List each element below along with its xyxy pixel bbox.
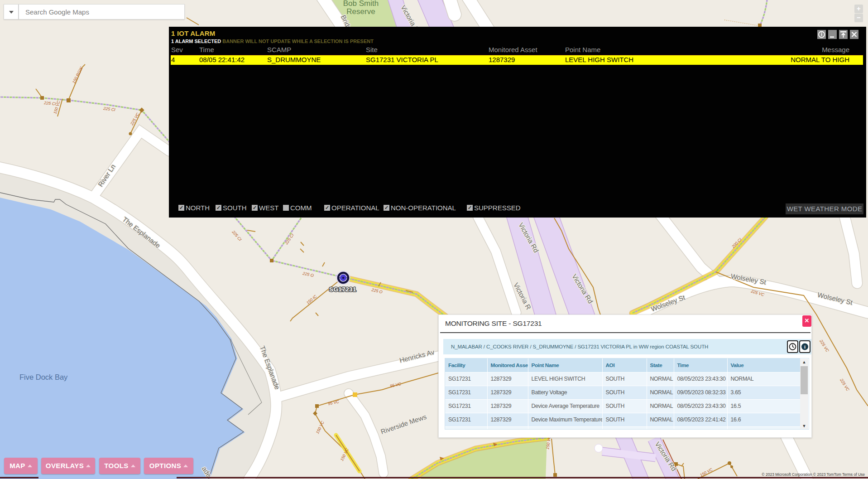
svg-text:© 2023 Microsoft Corporation ©: © 2023 Microsoft Corporation © 2023 TomT…: [762, 472, 865, 477]
svg-text:95 VC: 95 VC: [327, 399, 340, 406]
svg-text:SG17231: SG17231: [329, 286, 356, 293]
svg-text:225 CI: 225 CI: [231, 229, 243, 242]
svg-text:225 VC: 225 VC: [839, 377, 850, 392]
svg-text:150 VC: 150 VC: [315, 420, 325, 435]
svg-text:i: i: [804, 344, 806, 349]
svg-text:95 VC: 95 VC: [389, 382, 402, 388]
svg-text:Riverside Mews: Riverside Mews: [379, 413, 427, 436]
svg-text:Five Dock Bay: Five Dock Bay: [19, 373, 68, 381]
svg-text:225 CI: 225 CI: [43, 101, 57, 106]
svg-text:Bob Smith: Bob Smith: [343, 0, 379, 8]
svg-text:225 O: 225 O: [302, 271, 314, 278]
svg-text:Reserve: Reserve: [346, 7, 375, 16]
svg-text:150 RGW: 150 RGW: [72, 66, 84, 84]
svg-text:225 CI: 225 CI: [103, 106, 116, 112]
svg-text:225 CI: 225 CI: [284, 232, 295, 246]
svg-text:225 VC: 225 VC: [819, 339, 830, 353]
